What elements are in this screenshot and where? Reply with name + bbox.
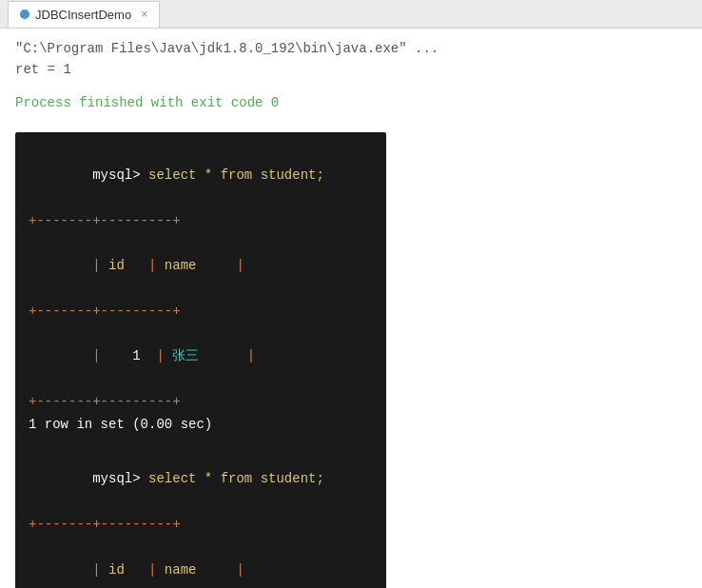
mysql-cmd-1: mysql> select * from student; xyxy=(29,142,373,209)
tab-close-button[interactable]: × xyxy=(141,8,147,21)
mysql-cmd-2: mysql> select * from student; xyxy=(29,446,373,514)
tab-icon xyxy=(20,10,29,19)
mysql-col-name-2: name xyxy=(165,562,237,578)
mysql-footer-1: 1 row in set (0.00 sec) xyxy=(29,414,373,437)
mysql-border-pipe-6: | xyxy=(236,562,244,578)
mysql-border-pipe-5: | xyxy=(148,562,165,578)
ret-line: ret = 1 xyxy=(15,59,687,80)
mysql-border-pipe-2: | xyxy=(148,258,165,273)
process-finished-line: Process finished with exit code 0 xyxy=(15,92,687,113)
mysql-prompt-1: mysql> xyxy=(92,167,148,183)
mysql-header-2: | id | name | xyxy=(29,537,373,588)
mysql-row1-1: | 1 | 张三 | xyxy=(29,323,373,391)
mysql-col-id-1: id xyxy=(108,258,148,273)
mysql-select-2: select * from student; xyxy=(148,471,324,486)
mysql-row-pipe-2: | xyxy=(156,348,172,363)
mysql-row-name-1: 张三 xyxy=(172,348,246,363)
mysql-border-pipe-3: | xyxy=(236,258,244,273)
mysql-select-1: select * from student; xyxy=(148,167,324,183)
main-window: JDBCInsertDemo × "C:\Program Files\Java\… xyxy=(0,0,702,588)
output-area: "C:\Program Files\Java\jdk1.8.0_192\bin\… xyxy=(0,29,702,588)
mysql-border-pipe-4: | xyxy=(92,562,108,578)
mysql-border-pipe-1: | xyxy=(92,258,108,273)
mysql-border-bot-1: +-------+---------+ xyxy=(29,391,373,414)
mysql-row-pipe-3: | xyxy=(247,348,255,363)
mysql-border-top-1: +-------+---------+ xyxy=(29,210,373,233)
mysql-header-1: | id | name | xyxy=(29,232,373,300)
tab-label: JDBCInsertDemo xyxy=(35,8,131,22)
mysql-block-1: mysql> select * from student; +-------+-… xyxy=(15,132,386,588)
mysql-prompt-2: mysql> xyxy=(92,471,148,486)
mysql-border-mid-1: +-------+---------+ xyxy=(29,301,373,323)
mysql-row-id-1: 1 xyxy=(132,348,156,363)
tab-bar: JDBCInsertDemo × xyxy=(0,0,702,29)
mysql-col-id-2: id xyxy=(108,562,148,578)
tab-jdbcinsertdemo[interactable]: JDBCInsertDemo × xyxy=(8,1,160,28)
mysql-border-top-2: +-------+---------+ xyxy=(29,514,373,537)
mysql-row-pipe-1: | xyxy=(92,348,132,363)
java-exe-line: "C:\Program Files\Java\jdk1.8.0_192\bin\… xyxy=(15,38,687,59)
mysql-col-name-1: name xyxy=(165,258,237,273)
